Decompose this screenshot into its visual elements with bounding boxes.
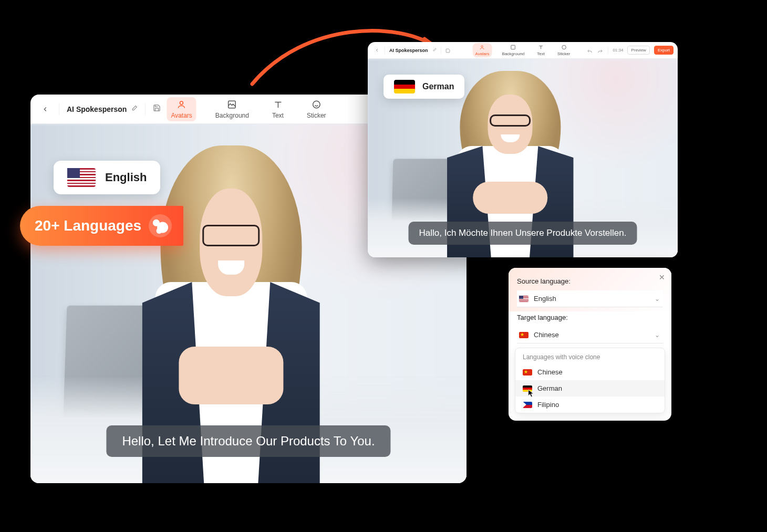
tool-tabs: Avatars Background Text Sticker (167, 97, 330, 121)
flag-cn-icon (519, 332, 528, 338)
svg-point-0 (180, 101, 183, 105)
dropdown-item-label: Chinese (537, 368, 563, 376)
toolbar-small: AI Spokesperson Avatars Background Text … (368, 42, 678, 59)
sticker-icon (561, 44, 567, 50)
tab-label: Background (502, 51, 525, 56)
tab-text[interactable]: Text (534, 43, 547, 57)
tool-tabs-small: Avatars Background Text Sticker (473, 43, 573, 57)
svg-rect-4 (511, 45, 515, 49)
dropdown-section-header: Languages with voice clone (515, 348, 665, 364)
chevron-down-icon: ⌄ (655, 331, 660, 339)
tab-sticker[interactable]: Sticker (303, 97, 330, 121)
divider (145, 103, 146, 115)
dropdown-item-german[interactable]: German (515, 380, 665, 397)
svg-point-3 (481, 46, 483, 47)
flag-de-icon (394, 80, 415, 93)
dropdown-item-label: Filipino (537, 401, 559, 409)
tab-sticker[interactable]: Sticker (555, 43, 573, 57)
flag-us-icon (67, 168, 96, 187)
edit-icon[interactable] (432, 48, 437, 53)
save-icon[interactable] (445, 46, 450, 55)
globe-icon (149, 214, 172, 237)
caption-german: Hallo, Ich Möchte Ihnen Unsere Produkte … (409, 222, 637, 245)
source-language-select[interactable]: English ⌄ (517, 290, 663, 307)
source-language-label: Source language: (517, 277, 663, 285)
project-title-text: AI Spokesperson (389, 48, 428, 53)
chevron-down-icon: ⌄ (655, 295, 660, 302)
tab-label: Avatars (475, 51, 490, 56)
language-dropdown: Languages with voice clone Chinese Germa… (515, 348, 665, 413)
canvas-right[interactable]: German Hallo, Ich Möchte Ihnen Unsere Pr… (368, 59, 678, 257)
panel-body: Target language: Chinese ⌄ (509, 314, 671, 348)
language-chip-label: English (105, 171, 147, 184)
project-title: AI Spokesperson (67, 105, 138, 113)
tab-label: Text (272, 112, 284, 119)
undo-icon[interactable] (587, 47, 593, 54)
tab-label: Sticker (307, 112, 326, 119)
text-icon (538, 44, 544, 50)
divider (608, 47, 608, 54)
target-language-label: Target language: (517, 314, 663, 321)
project-title: AI Spokesperson (389, 48, 437, 53)
tab-background[interactable]: Background (211, 97, 253, 121)
tab-label: Sticker (557, 51, 570, 56)
divider (441, 47, 441, 54)
languages-pill-text: 20+ Languages (35, 217, 141, 234)
avatar-icon (479, 44, 485, 50)
dropdown-item-filipino[interactable]: Filipino (515, 397, 665, 413)
avatar-icon (177, 99, 187, 110)
divider (385, 47, 385, 54)
target-language-select[interactable]: Chinese ⌄ (517, 327, 663, 343)
language-panel: ✕ Source language: English ⌄ Target lang… (509, 268, 671, 421)
target-language-value: Chinese (534, 331, 559, 339)
right-actions: 01:34 Preview Export (587, 46, 673, 55)
dropdown-item-label: German (537, 384, 562, 392)
save-icon[interactable] (153, 104, 161, 114)
tab-label: Text (537, 51, 545, 56)
back-button[interactable] (373, 47, 380, 54)
tab-label: Background (215, 112, 249, 119)
export-button[interactable]: Export (654, 46, 673, 55)
dropdown-item-chinese[interactable]: Chinese (515, 364, 665, 380)
language-chip-label: German (422, 82, 454, 91)
background-icon (227, 99, 237, 110)
svg-point-2 (313, 101, 320, 108)
svg-point-5 (562, 45, 566, 49)
sticker-icon (311, 99, 322, 110)
flag-cn-icon (523, 369, 532, 375)
text-icon (273, 99, 283, 110)
flag-ph-icon (523, 402, 532, 408)
languages-pill: 20+ Languages (20, 206, 183, 246)
close-icon[interactable]: ✕ (659, 273, 665, 281)
project-title-text: AI Spokesperson (67, 105, 127, 113)
preview-button[interactable]: Preview (627, 46, 649, 55)
source-language-value: English (534, 295, 556, 302)
tab-text[interactable]: Text (268, 97, 288, 121)
language-chip-english: English (54, 161, 160, 194)
tab-label: Avatars (171, 112, 192, 119)
tab-background[interactable]: Background (500, 43, 527, 57)
duration-text: 01:34 (613, 48, 623, 53)
edit-icon[interactable] (131, 105, 138, 113)
language-chip-german: German (384, 75, 464, 99)
back-button[interactable] (39, 103, 51, 116)
panel-header: ✕ Source language: English ⌄ (509, 268, 671, 311)
caption-english: Hello, Let Me Introduce Our Products To … (106, 425, 390, 457)
tab-avatars[interactable]: Avatars (167, 97, 196, 121)
flag-us-icon (519, 296, 528, 302)
editor-right: AI Spokesperson Avatars Background Text … (368, 42, 678, 257)
divider (59, 103, 59, 115)
tab-avatars[interactable]: Avatars (473, 43, 492, 57)
background-icon (510, 44, 516, 50)
redo-icon[interactable] (597, 47, 604, 54)
